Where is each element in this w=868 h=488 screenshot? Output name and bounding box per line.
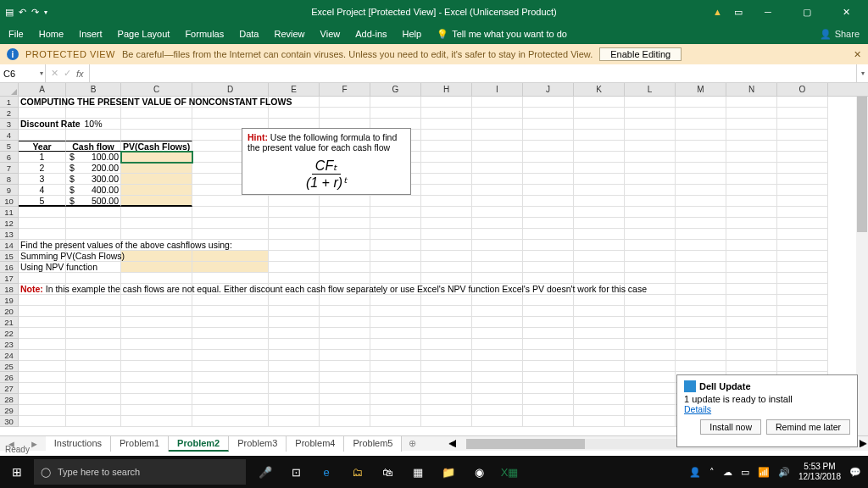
cell[interactable] — [121, 174, 192, 185]
cell[interactable] — [121, 383, 192, 394]
cell[interactable] — [121, 130, 192, 141]
cell[interactable] — [421, 229, 472, 240]
cell[interactable] — [523, 185, 574, 196]
cell[interactable] — [574, 141, 625, 152]
cell[interactable] — [472, 152, 523, 163]
cell[interactable] — [19, 416, 66, 427]
cell[interactable] — [370, 108, 421, 119]
cell[interactable] — [625, 207, 676, 218]
row-header[interactable]: 23 — [0, 339, 19, 350]
cell[interactable] — [121, 152, 192, 163]
install-now-button[interactable]: Install now — [700, 419, 761, 435]
cell[interactable] — [121, 394, 192, 405]
cell[interactable] — [574, 229, 625, 240]
cell[interactable] — [421, 196, 472, 207]
cell[interactable] — [523, 361, 574, 372]
cell[interactable] — [269, 306, 320, 317]
cell[interactable] — [472, 97, 523, 108]
row-header[interactable]: 3 — [0, 119, 19, 130]
cell[interactable] — [269, 229, 320, 240]
cell[interactable] — [726, 361, 777, 372]
cell[interactable] — [472, 405, 523, 416]
cell[interactable] — [777, 251, 828, 262]
warning-icon[interactable]: ▲ — [713, 7, 722, 17]
cell[interactable] — [574, 262, 625, 273]
notification-center-icon[interactable]: 💬 — [849, 467, 861, 478]
cell[interactable] — [472, 163, 523, 174]
tell-me-search[interactable]: 💡 Tell me what you want to do — [437, 29, 567, 40]
cell[interactable] — [523, 350, 574, 361]
cell[interactable] — [269, 405, 320, 416]
name-box[interactable]: C6 ▾ — [0, 64, 46, 82]
cell[interactable] — [676, 185, 726, 196]
row-header[interactable]: 26 — [0, 372, 19, 383]
cell[interactable] — [777, 317, 828, 328]
cell[interactable] — [574, 207, 625, 218]
remind-later-button[interactable]: Remind me later — [766, 419, 850, 435]
tab-addins[interactable]: Add-ins — [355, 29, 387, 39]
cell[interactable]: 4 — [19, 185, 66, 196]
cell[interactable] — [320, 273, 370, 284]
cell[interactable] — [421, 141, 472, 152]
row-header[interactable]: 11 — [0, 207, 19, 218]
row-header[interactable]: 25 — [0, 361, 19, 372]
cell[interactable] — [269, 295, 320, 306]
cell[interactable] — [777, 119, 828, 130]
cell[interactable] — [625, 416, 676, 427]
col-header[interactable]: J — [523, 83, 574, 96]
cell[interactable] — [421, 394, 472, 405]
cell[interactable] — [192, 295, 269, 306]
row-header[interactable]: 16 — [0, 262, 19, 273]
people-icon[interactable]: 👤 — [689, 467, 701, 478]
cell[interactable] — [192, 328, 269, 339]
cell[interactable]: 5 — [19, 196, 66, 207]
cell[interactable] — [523, 328, 574, 339]
cell[interactable] — [676, 229, 726, 240]
cell[interactable] — [269, 108, 320, 119]
cell[interactable] — [472, 229, 523, 240]
cell[interactable] — [574, 350, 625, 361]
cell[interactable] — [726, 251, 777, 262]
col-header[interactable]: F — [320, 83, 370, 96]
cell[interactable] — [574, 361, 625, 372]
row-header[interactable]: 14 — [0, 240, 19, 251]
sheet-tab-problem4[interactable]: Problem4 — [287, 436, 344, 452]
cell[interactable] — [472, 273, 523, 284]
add-sheet-button[interactable]: ⊕ — [402, 438, 423, 449]
cell[interactable] — [777, 196, 828, 207]
cell[interactable] — [121, 361, 192, 372]
cell[interactable] — [777, 152, 828, 163]
cell[interactable] — [726, 196, 777, 207]
cell[interactable]: Summing PV(Cash Flows) — [19, 251, 66, 262]
cell[interactable] — [121, 196, 192, 207]
cell[interactable] — [777, 141, 828, 152]
cell[interactable] — [472, 130, 523, 141]
cell[interactable] — [370, 251, 421, 262]
cell[interactable] — [472, 306, 523, 317]
cell[interactable] — [523, 108, 574, 119]
cell[interactable] — [320, 383, 370, 394]
cell[interactable]: Find the present values of the above cas… — [19, 240, 66, 251]
cell[interactable] — [625, 185, 676, 196]
cell[interactable] — [777, 108, 828, 119]
col-header[interactable]: E — [269, 83, 320, 96]
ribbon-display-icon[interactable]: ▭ — [734, 7, 743, 18]
cell[interactable] — [472, 317, 523, 328]
row-header[interactable]: 1 — [0, 97, 19, 108]
cell[interactable] — [726, 152, 777, 163]
cell[interactable] — [121, 317, 192, 328]
cell[interactable] — [574, 405, 625, 416]
cell[interactable] — [192, 405, 269, 416]
cell[interactable] — [370, 405, 421, 416]
cell[interactable] — [320, 229, 370, 240]
row-header[interactable]: 15 — [0, 251, 19, 262]
cell[interactable] — [320, 372, 370, 383]
volume-icon[interactable]: 🔊 — [778, 467, 790, 478]
cell[interactable] — [574, 317, 625, 328]
cell[interactable] — [421, 218, 472, 229]
cell[interactable] — [726, 350, 777, 361]
cell[interactable] — [66, 383, 121, 394]
cell[interactable] — [320, 196, 370, 207]
cell[interactable] — [66, 130, 121, 141]
cell[interactable] — [726, 262, 777, 273]
